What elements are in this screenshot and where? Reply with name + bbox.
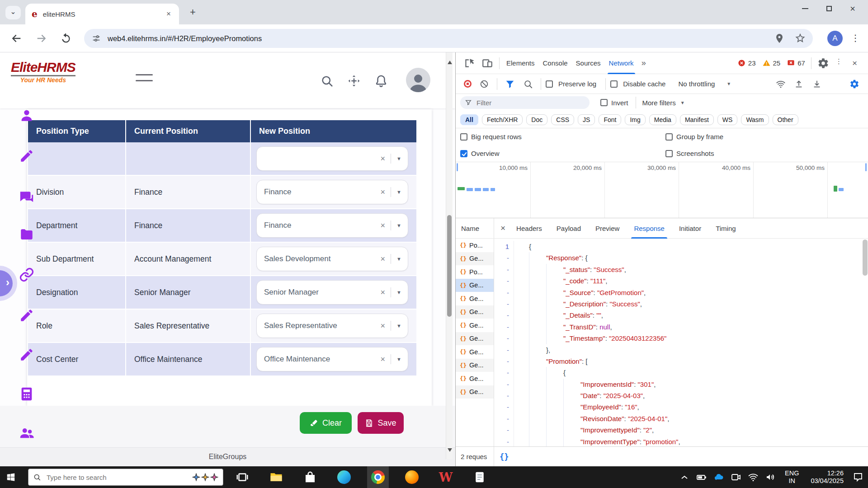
scroll-up-arrow-icon[interactable]: [448, 61, 452, 64]
request-row[interactable]: {}Ge...: [456, 319, 494, 332]
pencil-icon[interactable]: [19, 148, 34, 164]
network-settings-gear-icon[interactable]: [849, 79, 859, 89]
folder-icon[interactable]: [19, 227, 34, 243]
clear-selection-icon[interactable]: ×: [375, 321, 391, 331]
gutter-marker[interactable]: -: [494, 424, 514, 436]
request-row[interactable]: {}Po...: [456, 239, 494, 252]
detail-tab-payload[interactable]: Payload: [552, 218, 585, 239]
export-har-icon[interactable]: [812, 79, 822, 89]
devtools-settings-gear-icon[interactable]: [817, 57, 829, 69]
gutter-marker[interactable]: -: [494, 367, 514, 378]
clear-button[interactable]: Clear: [300, 412, 352, 434]
response-scrollbar[interactable]: [863, 239, 868, 446]
browser-tab[interactable]: e eliteHRMS ×: [25, 4, 179, 24]
request-row[interactable]: {}Ge...: [456, 359, 494, 372]
throttling-dropdown[interactable]: No throttling ▼: [678, 80, 731, 88]
issues-badge[interactable]: 67: [787, 59, 805, 67]
scroll-down-arrow-icon[interactable]: [448, 448, 452, 452]
new-position-select[interactable]: Sales Representative×▼: [256, 314, 408, 338]
gutter-marker[interactable]: -: [494, 310, 514, 321]
scrollbar-thumb[interactable]: [447, 215, 452, 317]
gutter-marker[interactable]: -: [494, 298, 514, 310]
overview-checkbox[interactable]: [460, 150, 467, 157]
console-errors-badge[interactable]: 23: [737, 59, 756, 67]
request-row[interactable]: {}Ge...: [456, 332, 494, 346]
console-warnings-badge[interactable]: 25: [762, 59, 781, 67]
battery-icon[interactable]: [696, 472, 707, 483]
format-braces-icon[interactable]: {}: [500, 452, 509, 461]
detail-tab-preview[interactable]: Preview: [591, 218, 624, 239]
big-request-rows-checkbox[interactable]: [460, 133, 467, 141]
network-overview-timeline[interactable]: 10,000 ms20,000 ms30,000 ms40,000 ms50,0…: [456, 162, 868, 218]
window-minimize-icon[interactable]: [802, 8, 808, 9]
detail-tab-headers[interactable]: Headers: [512, 218, 547, 239]
taskbar-clock[interactable]: 12:26 03/04/2025: [808, 469, 846, 485]
response-code-view[interactable]: 1{-"Response": {-"_status": "Success",-"…: [494, 239, 868, 446]
tab-close-icon[interactable]: ×: [165, 9, 173, 19]
gutter-marker[interactable]: -: [494, 333, 514, 344]
back-button[interactable]: [10, 32, 23, 45]
taskbar-app-chrome[interactable]: [367, 466, 389, 488]
page-scrollbar[interactable]: [446, 52, 453, 459]
overview-right-handle[interactable]: [865, 163, 867, 171]
network-conditions-icon[interactable]: [776, 79, 786, 89]
filter-input[interactable]: [476, 99, 575, 107]
group-by-frame-checkbox[interactable]: [665, 133, 673, 141]
notifications-bell-icon[interactable]: [374, 74, 388, 88]
site-info-icon[interactable]: [91, 33, 101, 43]
hamburger-menu-icon[interactable]: [136, 74, 153, 86]
filter-chip-ws[interactable]: WS: [717, 114, 738, 125]
devtools-close-icon[interactable]: ×: [846, 58, 863, 68]
forward-button[interactable]: [35, 32, 48, 45]
fullscreen-move-icon[interactable]: [347, 74, 361, 88]
filter-funnel-icon[interactable]: [505, 79, 515, 89]
taskbar-app-edge[interactable]: [333, 466, 355, 488]
tray-chevron-up-icon[interactable]: [679, 472, 690, 483]
filter-chip-all[interactable]: All: [460, 114, 478, 125]
request-row[interactable]: {}Ge...: [456, 345, 494, 359]
clear-selection-icon[interactable]: ×: [375, 154, 391, 164]
gutter-marker[interactable]: -: [494, 379, 514, 390]
start-button[interactable]: [0, 466, 22, 488]
taskbar-app-task-view[interactable]: [231, 466, 253, 488]
devtools-menu-kebab-icon[interactable]: ⋮: [835, 57, 843, 69]
import-har-icon[interactable]: [794, 79, 804, 89]
filter-chip-manifest[interactable]: Manifest: [680, 114, 714, 125]
new-tab-button[interactable]: +: [190, 6, 196, 18]
wifi-icon[interactable]: [748, 472, 759, 483]
taskbar-app-file-explorer[interactable]: [265, 466, 287, 488]
clear-selection-icon[interactable]: ×: [375, 254, 391, 264]
address-bar[interactable]: web4.elitehrms.in/#/H2R/EmployeePromotio…: [84, 29, 813, 48]
action-center-icon[interactable]: [853, 472, 863, 483]
taskbar-app-wps[interactable]: W: [435, 466, 457, 488]
invert-checkbox[interactable]: [600, 99, 608, 106]
chat-icon[interactable]: [19, 190, 34, 205]
filter-chip-css[interactable]: CSS: [551, 114, 574, 125]
app-logo[interactable]: EliteHRMS Your HR Needs: [11, 60, 75, 84]
response-scrollbar-thumb[interactable]: [863, 239, 868, 276]
clear-selection-icon[interactable]: ×: [375, 188, 391, 197]
devtools-tab-elements[interactable]: Elements: [502, 52, 539, 74]
more-tabs-icon[interactable]: »: [638, 58, 650, 68]
clear-network-log-icon[interactable]: [479, 79, 489, 89]
window-close-icon[interactable]: ×: [850, 5, 855, 12]
filter-chip-font[interactable]: Font: [599, 114, 621, 125]
more-filters-label[interactable]: More filters: [642, 99, 676, 107]
gutter-marker[interactable]: -: [494, 264, 514, 275]
filter-chip-wasm[interactable]: Wasm: [741, 114, 769, 125]
new-position-select[interactable]: Finance×▼: [256, 213, 408, 238]
filter-input-wrap[interactable]: [460, 96, 590, 109]
request-row[interactable]: {}Po...: [456, 265, 494, 279]
location-pin-icon[interactable]: [774, 33, 785, 44]
dropdown-caret-icon[interactable]: ▼: [391, 256, 401, 262]
users-icon[interactable]: [19, 425, 34, 441]
window-maximize-icon[interactable]: [826, 6, 832, 11]
gutter-marker[interactable]: -: [494, 401, 514, 413]
gutter-marker[interactable]: -: [494, 275, 514, 286]
taskbar-search-input[interactable]: [46, 473, 188, 482]
dropdown-caret-icon[interactable]: ▼: [391, 290, 401, 295]
inspect-element-icon[interactable]: [463, 57, 475, 69]
devtools-tab-console[interactable]: Console: [539, 52, 572, 74]
browser-menu-icon[interactable]: ⋮: [851, 33, 860, 43]
filter-chip-js[interactable]: JS: [578, 114, 595, 125]
